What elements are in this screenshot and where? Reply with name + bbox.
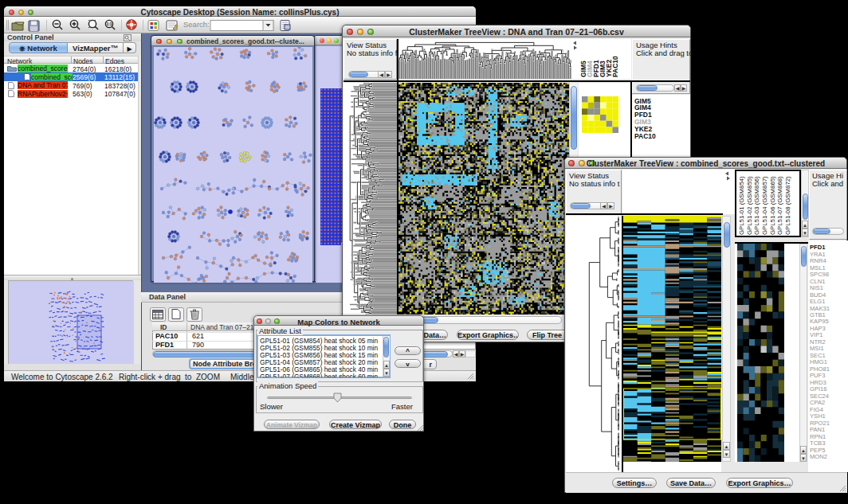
svg-text:PAC10: PAC10 <box>611 56 619 77</box>
svg-text:GPL51-07 (GSM868): GPL51-07 (GSM868) <box>776 176 783 235</box>
svg-text:GPL51-02 (GSM855): GPL51-02 (GSM855) <box>746 176 753 235</box>
svg-text:GPL51-06 (GSM865): GPL51-06 (GSM865) <box>769 176 776 235</box>
svg-text:MON2: MON2 <box>810 453 827 460</box>
svg-text:GPL51-04 (GSM857): GPL51-04 (GSM857) <box>761 176 768 235</box>
svg-text:GPL51-08 (GSM872): GPL51-08 (GSM872) <box>784 176 791 235</box>
svg-text:GPL51-01 (GSM854): GPL51-01 (GSM854) <box>738 176 745 235</box>
svg-text:GPL51-03 (GSM856): GPL51-03 (GSM856) <box>753 176 760 235</box>
svg-text:1:1: 1:1 <box>106 21 112 26</box>
svg-text:Search:: Search: <box>183 20 210 29</box>
